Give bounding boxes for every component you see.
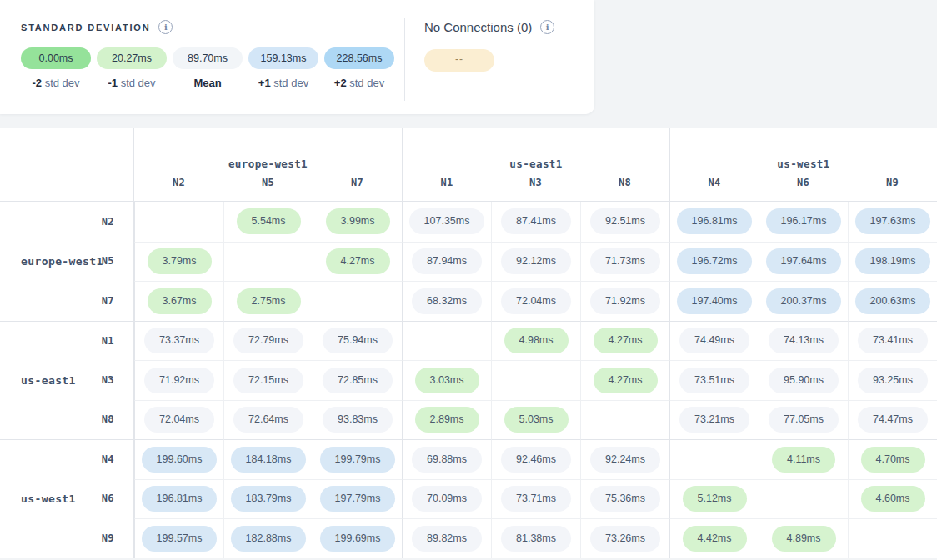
latency-value-pill[interactable]: 4.98ms <box>504 328 569 353</box>
info-icon[interactable]: i <box>540 20 554 34</box>
column-node-header[interactable]: N1 <box>402 175 491 202</box>
column-node-header[interactable]: N5 <box>223 175 313 202</box>
latency-value-pill[interactable]: 196.72ms <box>677 248 753 274</box>
column-node-header[interactable]: N2 <box>134 175 223 202</box>
latency-value-pill[interactable]: 73.41ms <box>858 328 928 353</box>
latency-value-pill[interactable]: 200.63ms <box>855 288 931 314</box>
legend-pill: 228.56ms <box>324 48 394 69</box>
latency-value-pill[interactable]: 77.05ms <box>769 407 839 432</box>
latency-value-pill[interactable]: 5.12ms <box>683 486 747 512</box>
latency-value-pill[interactable]: 81.38ms <box>501 526 571 552</box>
latency-value-pill[interactable]: 4.89ms <box>772 526 836 552</box>
latency-value-pill[interactable]: 183.79ms <box>231 486 307 512</box>
latency-value-pill[interactable]: 4.11ms <box>772 447 835 472</box>
column-node-header[interactable]: N7 <box>313 175 402 202</box>
latency-value-pill[interactable]: 4.27ms <box>326 248 390 274</box>
latency-value-pill[interactable]: 196.17ms <box>766 208 842 234</box>
row-node-label[interactable]: N8 <box>102 413 114 425</box>
latency-value-pill[interactable]: 70.09ms <box>412 486 482 512</box>
latency-value-pill[interactable]: 107.35ms <box>409 208 485 234</box>
latency-value-pill[interactable]: 182.88ms <box>231 526 307 552</box>
latency-value-pill[interactable]: 199.79ms <box>320 447 396 472</box>
latency-value-pill[interactable]: 95.90ms <box>769 368 839 393</box>
column-node-header[interactable]: N9 <box>848 175 937 202</box>
latency-cell: 71.73ms <box>580 242 669 282</box>
latency-value-pill[interactable]: 74.49ms <box>679 328 749 353</box>
latency-cell: 75.94ms <box>313 321 402 361</box>
latency-value-pill[interactable]: 200.37ms <box>766 288 842 314</box>
latency-value-pill[interactable]: 73.26ms <box>590 526 660 552</box>
latency-value-pill[interactable]: 3.03ms <box>415 368 479 393</box>
latency-value-pill[interactable]: 3.79ms <box>148 248 212 274</box>
latency-value-pill[interactable]: 4.27ms <box>594 328 658 353</box>
row-node-label[interactable]: N9 <box>102 532 114 544</box>
latency-value-pill[interactable]: 87.94ms <box>412 248 482 274</box>
row-node-label[interactable]: N7 <box>102 295 114 307</box>
latency-value-pill[interactable]: 197.79ms <box>320 486 396 512</box>
latency-cell: 107.35ms <box>402 202 491 242</box>
column-node-header[interactable]: N8 <box>580 175 669 202</box>
latency-value-pill[interactable]: 2.75ms <box>237 288 301 314</box>
latency-value-pill[interactable]: 92.24ms <box>590 447 660 472</box>
latency-value-pill[interactable]: 196.81ms <box>677 208 753 234</box>
latency-cell: 182.88ms <box>223 518 313 558</box>
latency-value-pill[interactable]: 3.67ms <box>148 288 212 314</box>
latency-value-pill[interactable]: 92.51ms <box>590 208 660 234</box>
latency-value-pill[interactable]: 92.46ms <box>501 447 571 472</box>
latency-value-pill[interactable]: 93.25ms <box>858 368 928 393</box>
column-node-header[interactable]: N3 <box>491 175 580 202</box>
latency-value-pill[interactable]: 87.41ms <box>501 208 571 234</box>
latency-value-pill[interactable]: 199.69ms <box>320 526 396 552</box>
latency-value-pill[interactable]: 71.73ms <box>590 248 660 274</box>
latency-value-pill[interactable]: 92.12ms <box>501 248 571 274</box>
latency-value-pill[interactable]: 75.94ms <box>323 328 393 353</box>
latency-value-pill[interactable]: 4.27ms <box>594 368 658 393</box>
latency-value-pill[interactable]: 74.13ms <box>769 328 839 353</box>
latency-value-pill[interactable]: 72.04ms <box>144 407 214 432</box>
latency-value-pill[interactable]: 72.15ms <box>233 368 303 393</box>
latency-value-pill[interactable]: 72.85ms <box>323 368 393 393</box>
latency-value-pill[interactable]: 196.81ms <box>142 486 218 512</box>
latency-value-pill[interactable]: 74.47ms <box>858 407 928 432</box>
latency-value-pill[interactable]: 198.19ms <box>855 248 931 274</box>
latency-value-pill[interactable]: 4.60ms <box>861 486 925 512</box>
latency-value-pill[interactable]: 69.88ms <box>412 447 482 472</box>
latency-cell: 197.40ms <box>669 281 759 321</box>
row-node-label[interactable]: N2 <box>102 216 114 228</box>
latency-value-pill[interactable]: 75.36ms <box>590 486 660 512</box>
column-node-header[interactable]: N6 <box>759 175 848 202</box>
latency-value-pill[interactable]: 199.60ms <box>142 447 218 472</box>
row-node-label[interactable]: N4 <box>102 453 114 465</box>
latency-value-pill[interactable]: 71.92ms <box>590 288 660 314</box>
latency-value-pill[interactable]: 3.99ms <box>326 208 390 234</box>
row-node-label[interactable]: N5 <box>102 255 114 267</box>
latency-value-pill[interactable]: 71.92ms <box>144 368 214 393</box>
latency-value-pill[interactable]: 5.03ms <box>504 407 569 432</box>
latency-value-pill[interactable]: 4.42ms <box>683 526 747 552</box>
row-node-label[interactable]: N3 <box>102 374 114 386</box>
column-node-header[interactable]: N4 <box>669 175 759 202</box>
latency-value-pill[interactable]: 5.54ms <box>237 208 301 234</box>
latency-value-pill[interactable]: 4.70ms <box>861 447 925 472</box>
latency-value-pill[interactable]: 73.51ms <box>679 368 749 393</box>
info-icon[interactable]: i <box>158 20 173 34</box>
latency-value-pill[interactable]: 199.57ms <box>142 526 218 552</box>
latency-value-pill[interactable]: 2.89ms <box>415 407 479 432</box>
latency-value-pill[interactable]: 93.83ms <box>323 407 393 432</box>
row-node-label[interactable]: N6 <box>102 492 114 504</box>
latency-value-pill[interactable]: 73.21ms <box>679 407 749 432</box>
row-node-label[interactable]: N1 <box>102 335 114 347</box>
latency-value-pill[interactable]: 72.04ms <box>501 288 571 314</box>
latency-value-pill[interactable]: 72.64ms <box>233 407 303 432</box>
latency-value-pill[interactable]: 184.18ms <box>231 447 307 472</box>
latency-value-pill[interactable]: 197.64ms <box>766 248 842 274</box>
latency-value-pill[interactable]: 197.63ms <box>855 208 931 234</box>
latency-value-pill[interactable]: 73.71ms <box>501 486 571 512</box>
latency-value-pill[interactable]: 89.82ms <box>412 526 482 552</box>
latency-value-pill[interactable]: 68.32ms <box>412 288 482 314</box>
latency-cell: 75.36ms <box>580 479 669 519</box>
latency-cell: 183.79ms <box>223 479 313 519</box>
latency-value-pill[interactable]: 73.37ms <box>144 328 214 353</box>
latency-value-pill[interactable]: 197.40ms <box>677 288 753 314</box>
latency-value-pill[interactable]: 72.79ms <box>233 328 303 353</box>
